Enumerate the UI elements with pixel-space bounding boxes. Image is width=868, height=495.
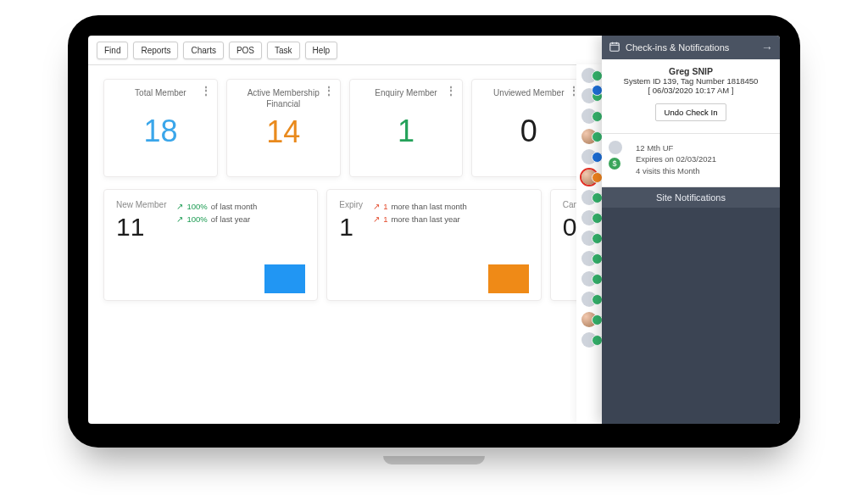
rail-avatar-item[interactable]: [581, 149, 597, 164]
summary-value: 1: [339, 213, 363, 242]
membership-avatar: [609, 141, 622, 154]
kebab-icon[interactable]: ⋮: [323, 85, 335, 97]
rail-avatar-item[interactable]: [581, 271, 597, 286]
stat-card: ⋮Active Membership Financial14: [226, 79, 341, 177]
summary-title: New Member: [116, 200, 166, 209]
rail-avatar-item[interactable]: [581, 292, 597, 307]
stat-card: ⋮Unviewed Member0: [471, 79, 586, 177]
dollar-icon: $: [609, 158, 620, 170]
menu-find[interactable]: Find: [97, 42, 128, 59]
summary-title: Expiry: [339, 200, 363, 209]
summary-card: New Member11↗ 100% of last month↗ 100% o…: [103, 189, 318, 301]
checkin-system-line: System ID 139, Tag Number 1818450: [624, 76, 759, 86]
checkin-timestamp: [ 06/03/2020 10:17 AM ]: [648, 86, 734, 95]
summary-bar: [264, 264, 305, 293]
rail-avatar-item[interactable]: [581, 108, 597, 124]
checkin-avatar-rail: [576, 64, 602, 424]
panel-collapse-icon[interactable]: →: [761, 41, 773, 54]
svg-rect-0: [610, 43, 620, 51]
rail-avatar-item[interactable]: [581, 332, 597, 348]
stat-label: Enquiry Member: [375, 88, 437, 108]
rail-avatar-item[interactable]: [581, 231, 597, 246]
stat-card: ⋮Enquiry Member1: [349, 79, 464, 177]
rail-avatar-item[interactable]: [581, 190, 597, 205]
summary-trends: ↗ 100% of last month↗ 100% of last year: [176, 202, 257, 293]
menu-help[interactable]: Help: [305, 42, 338, 59]
rail-avatar-item[interactable]: [581, 312, 597, 327]
summary-value: 11: [116, 213, 166, 242]
rail-avatar-item[interactable]: [581, 170, 597, 185]
stat-value: 1: [398, 114, 415, 149]
stat-label: Unviewed Member: [493, 88, 564, 108]
checkins-panel-title: Check-ins & Notifications: [626, 42, 729, 53]
summary-bar: [488, 264, 529, 293]
stat-label: Total Member: [135, 88, 186, 108]
site-notifications-header: Site Notifications: [602, 187, 780, 208]
site-notifications-body: [602, 208, 780, 424]
rail-avatar-item[interactable]: [581, 129, 597, 144]
kebab-icon[interactable]: ⋮: [200, 85, 212, 97]
membership-plan: 12 Mth UF: [636, 142, 775, 153]
summary-card: Expiry1↗ 1 more than last month↗ 1 more …: [326, 189, 541, 301]
rail-avatar-item[interactable]: [581, 251, 597, 266]
kebab-icon[interactable]: ⋮: [445, 85, 457, 97]
stat-card: ⋮Total Member18: [103, 79, 218, 177]
membership-visits: 4 visits this Month: [636, 165, 775, 176]
summary-trends: ↗ 1 more than last month↗ 1 more than la…: [373, 202, 467, 293]
membership-expiry: Expires on 02/03/2021: [636, 153, 775, 164]
rail-avatar-item[interactable]: [581, 68, 597, 83]
rail-avatar-item[interactable]: [581, 210, 597, 225]
checkins-panel-header: Check-ins & Notifications →: [602, 36, 780, 59]
calendar-icon: [609, 41, 620, 54]
menu-reports[interactable]: Reports: [133, 42, 178, 59]
stat-value: 18: [143, 114, 177, 149]
menu-charts[interactable]: Charts: [183, 42, 223, 59]
rail-avatar-item[interactable]: [581, 88, 597, 103]
checkin-member-name: Greg SNIP: [669, 66, 713, 76]
membership-block: $ 12 Mth UF Expires on 02/03/2021 4 visi…: [602, 134, 780, 187]
stat-label: Active Membership Financial: [237, 88, 330, 109]
checkin-detail: Greg SNIP System ID 139, Tag Number 1818…: [602, 59, 780, 134]
menu-task[interactable]: Task: [267, 42, 300, 59]
stat-value: 14: [266, 114, 300, 150]
menu-pos[interactable]: POS: [229, 42, 262, 59]
undo-checkin-button[interactable]: Undo Check In: [655, 103, 727, 121]
checkins-panel: Check-ins & Notifications → Greg SNIP Sy…: [602, 36, 780, 424]
stat-value: 0: [520, 114, 537, 149]
